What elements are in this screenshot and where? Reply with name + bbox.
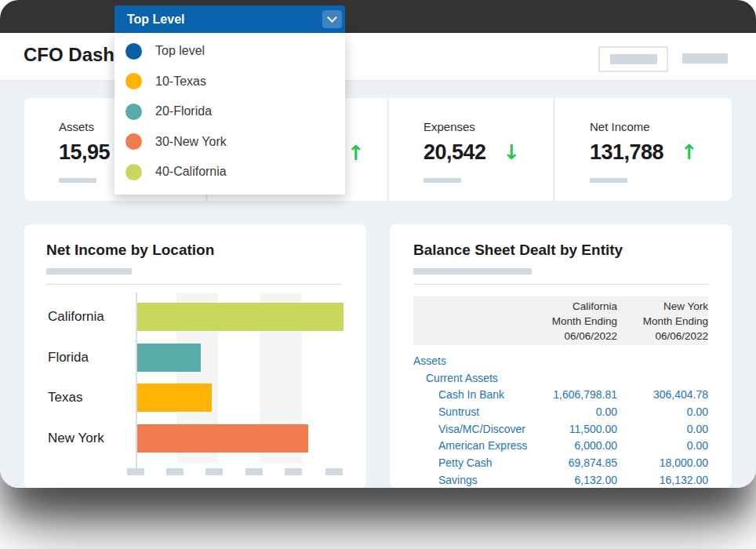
page: CFO Dash Assets 15,95 ↑ [0, 0, 756, 549]
bar-california[interactable] [137, 303, 343, 331]
menu-item-40-california[interactable]: 40-California [114, 157, 345, 187]
x-tick-placeholder [205, 468, 223, 475]
balance-sheet-panel: Balance Sheet Dealt by Entity California… [390, 224, 732, 488]
table-row[interactable]: American Express 6,000.00 0.00 [413, 437, 708, 454]
dashboard-header: CFO Dash [0, 33, 756, 81]
row-value: 0.00 [617, 439, 708, 452]
row-value: 306,404.78 [617, 388, 708, 401]
table-row[interactable]: Savings 6,132.00 16,132.00 [413, 471, 708, 488]
row-value: 0.00 [617, 405, 708, 418]
dashboard-content: Assets 15,95 ↑ Expenses 20,542↓ [0, 81, 756, 488]
header-button-placeholder[interactable] [598, 46, 668, 72]
top-bar [0, 0, 756, 33]
trend-up-icon: ↑ [681, 140, 698, 164]
entity-filter-trigger[interactable]: Top Level [114, 5, 345, 33]
row-value: 0.00 [617, 423, 708, 435]
row-label: Petty Cash [413, 456, 527, 469]
entity-filter-menu: Top level 10-Texas 20-Florida 30-New Yor… [114, 33, 345, 195]
row-value: 69,874.85 [527, 456, 617, 469]
panel-title: Balance Sheet Dealt by Entity [413, 242, 623, 259]
row-value: 6,132.00 [527, 474, 617, 486]
color-dot-icon [125, 133, 142, 150]
table-row[interactable]: Cash In Bank 1,606,798.81 306,404.78 [413, 386, 708, 403]
bar-new-york[interactable] [137, 424, 308, 453]
kpi-label: Expenses [423, 120, 475, 133]
divider [413, 284, 708, 285]
x-tick-placeholder [285, 468, 302, 475]
entity-filter-dropdown: Top Level Top level 10-Texas 20-Florida [114, 5, 345, 195]
net-income-bar-chart: California Florida Texas New York [46, 293, 342, 481]
row-value: 1,606,798.81 [527, 388, 617, 401]
kpi-label: Assets [59, 120, 94, 133]
header-text-placeholder [682, 53, 728, 64]
row-value: 6,000.00 [527, 439, 617, 452]
panel-title: Net Income by Location [46, 242, 214, 259]
row-label: Savings [413, 474, 527, 486]
row-label: Suntrust [413, 405, 527, 418]
row-label: Cash In Bank [413, 388, 527, 401]
table-header: California Month Ending 06/06/2022 New Y… [413, 296, 708, 345]
bar-florida[interactable] [137, 344, 201, 372]
kpi-subtext-placeholder [590, 178, 627, 183]
table-row[interactable]: Visa/MC/Discover 11,500.00 0.00 [413, 420, 708, 438]
chart-category-label: Florida [48, 344, 134, 372]
bar-texas[interactable] [137, 384, 212, 412]
balance-sheet-table: California Month Ending 06/06/2022 New Y… [413, 296, 708, 488]
dashboard-window: CFO Dash Assets 15,95 ↑ [0, 0, 756, 488]
row-value: 18,000.00 [617, 456, 708, 469]
row-label: American Express [413, 439, 527, 452]
trend-up-icon: ↑ [347, 141, 365, 165]
table-row[interactable]: Current Assets [413, 369, 708, 387]
menu-item-20-florida[interactable]: 20-Florida [114, 96, 345, 127]
kpi-card-expenses: Expenses 20,542↓ [389, 98, 553, 201]
table-row[interactable]: Suntrust 0.00 0.00 [413, 403, 708, 420]
kpi-subtext-placeholder [59, 178, 96, 183]
x-tick-placeholder [325, 468, 343, 475]
row-value: 0.00 [527, 405, 617, 418]
color-dot-icon [125, 164, 142, 180]
kpi-value: 15,95 [59, 140, 110, 164]
panel-subtitle-placeholder [413, 268, 532, 274]
color-dot-icon [125, 43, 142, 60]
kpi-value: 20,542 [423, 140, 486, 164]
net-income-panel: Net Income by Location California Florid… [24, 224, 366, 488]
menu-item-30-new-york[interactable]: 30-New York [114, 127, 345, 158]
button-label-placeholder [610, 54, 657, 64]
column-header-new-york: New York Month Ending 06/06/2022 [617, 299, 708, 345]
row-label: Visa/MC/Discover [413, 423, 527, 435]
column-header-california: California Month Ending 06/06/2022 [527, 299, 617, 345]
chart-category-label: California [48, 303, 134, 331]
x-tick-placeholder [166, 468, 184, 475]
kpi-value: 131,788 [590, 140, 663, 164]
row-label: Assets [413, 354, 527, 367]
page-title: CFO Dash [24, 44, 114, 66]
chevron-down-icon[interactable] [322, 10, 342, 28]
x-tick-placeholder [127, 468, 144, 475]
kpi-label: Net Income [590, 120, 650, 133]
color-dot-icon [125, 73, 142, 89]
row-label: Current Assets [413, 372, 527, 384]
table-body: Assets Current Assets Cash In Bank 1,606… [413, 352, 708, 488]
panel-subtitle-placeholder [46, 268, 132, 274]
table-row[interactable]: Petty Cash 69,874.85 18,000.00 [413, 454, 708, 471]
table-row[interactable]: Assets [413, 352, 708, 369]
selected-entity-label: Top Level [127, 13, 185, 27]
chart-category-label: New York [48, 424, 134, 453]
kpi-card-net-income: Net Income 131,788↑ [555, 98, 732, 201]
row-value: 11,500.00 [527, 423, 617, 435]
menu-item-10-texas[interactable]: 10-Texas [114, 67, 345, 97]
menu-item-top-level[interactable]: Top level [114, 36, 345, 67]
divider [46, 284, 342, 285]
row-value: 16,132.00 [617, 474, 708, 486]
x-tick-placeholder [245, 468, 263, 475]
color-dot-icon [125, 104, 142, 120]
trend-down-icon: ↓ [503, 140, 521, 164]
kpi-subtext-placeholder [423, 178, 461, 183]
chart-category-label: Texas [48, 384, 134, 412]
